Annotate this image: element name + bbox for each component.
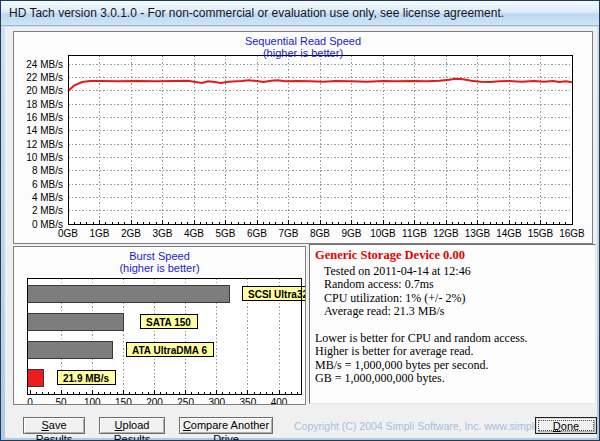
compare-label: ompare Another Drive: [191, 419, 269, 441]
svg-text:13GB: 13GB: [465, 228, 491, 239]
svg-text:16 MB/s: 16 MB/s: [26, 112, 63, 123]
svg-text:5GB: 5GB: [215, 228, 235, 239]
svg-text:2 MB/s: 2 MB/s: [32, 205, 63, 216]
svg-text:18 MB/s: 18 MB/s: [26, 99, 63, 110]
svg-text:150: 150: [115, 397, 132, 404]
svg-text:200: 200: [146, 397, 163, 404]
note-higher-better: Higher is better for average read.: [315, 345, 590, 359]
svg-text:8GB: 8GB: [310, 228, 330, 239]
svg-text:8 MB/s: 8 MB/s: [32, 165, 63, 176]
svg-text:4GB: 4GB: [184, 228, 204, 239]
sequential-read-panel: Sequential Read Speed (higher is better)…: [13, 31, 593, 244]
svg-text:12 MB/s: 12 MB/s: [26, 139, 63, 150]
save-results-button[interactable]: Save Results: [23, 417, 85, 434]
svg-text:6GB: 6GB: [247, 228, 267, 239]
svg-text:24 MB/s: 24 MB/s: [26, 59, 63, 70]
info-tested-on: Tested on 2011-04-14 at 12:46: [315, 265, 590, 279]
svg-text:300: 300: [208, 397, 225, 404]
svg-text:7GB: 7GB: [278, 228, 298, 239]
app-window: HD Tach version 3.0.1.0 - For non-commer…: [0, 0, 600, 441]
svg-text:14 MB/s: 14 MB/s: [26, 125, 63, 136]
svg-text:2GB: 2GB: [121, 228, 141, 239]
titlebar[interactable]: HD Tach version 3.0.1.0 - For non-commer…: [1, 1, 599, 26]
svg-text:6 MB/s: 6 MB/s: [32, 179, 63, 190]
compare-accel: C: [183, 419, 191, 431]
done-accel: D: [553, 420, 561, 432]
svg-text:100: 100: [84, 397, 101, 404]
svg-text:10GB: 10GB: [370, 228, 396, 239]
svg-text:15GB: 15GB: [528, 228, 554, 239]
seq-chart-title: Sequential Read Speed: [14, 35, 592, 47]
svg-text:50: 50: [56, 397, 68, 404]
upload-accel: U: [115, 419, 123, 431]
seq-chart-subtitle: (higher is better): [14, 47, 592, 59]
svg-text:SATA 150: SATA 150: [146, 317, 191, 328]
svg-text:12GB: 12GB: [433, 228, 459, 239]
svg-text:250: 250: [177, 397, 194, 404]
svg-text:21.9 MB/s: 21.9 MB/s: [63, 373, 110, 384]
svg-text:16GB: 16GB: [559, 228, 585, 239]
note-mbs-definition: MB/s = 1,000,000 bytes per second.: [315, 359, 590, 373]
done-button[interactable]: Done: [535, 417, 597, 434]
save-accel: S: [41, 419, 48, 431]
svg-text:14GB: 14GB: [496, 228, 522, 239]
info-average-read: Average read: 21.3 MB/s: [315, 305, 590, 319]
svg-text:1GB: 1GB: [89, 228, 109, 239]
svg-text:22 MB/s: 22 MB/s: [26, 72, 63, 83]
drive-name: Generic Storage Device 0.00: [315, 249, 590, 263]
info-random-access: Random access: 0.7ms: [315, 278, 590, 292]
compare-another-drive-button[interactable]: Compare Another Drive: [179, 417, 273, 434]
upload-results-button[interactable]: Upload Results: [99, 417, 165, 434]
svg-text:3GB: 3GB: [152, 228, 172, 239]
window-title: HD Tach version 3.0.1.0 - For non-commer…: [9, 6, 504, 20]
burst-chart-subtitle: (higher is better): [14, 262, 305, 274]
info-cpu-utilization: CPU utilization: 1% (+/- 2%): [315, 292, 590, 306]
svg-text:11GB: 11GB: [402, 228, 427, 239]
info-spacer: [315, 319, 590, 332]
svg-text:0GB: 0GB: [58, 228, 78, 239]
note-gb-definition: GB = 1,000,000,000 bytes.: [315, 372, 590, 386]
svg-text:0: 0: [27, 397, 33, 404]
svg-text:20 MB/s: 20 MB/s: [26, 85, 63, 96]
done-label: one: [561, 420, 579, 432]
svg-text:9GB: 9GB: [341, 228, 361, 239]
sequential-read-chart: 0 MB/s2 MB/s4 MB/s6 MB/s8 MB/s10 MB/s12 …: [14, 32, 592, 243]
burst-chart-title: Burst Speed: [14, 250, 305, 262]
svg-text:10 MB/s: 10 MB/s: [26, 152, 63, 163]
burst-speed-panel: Burst Speed (higher is better) 050100150…: [13, 246, 306, 405]
client-area: Sequential Read Speed (higher is better)…: [5, 27, 597, 438]
svg-text:350: 350: [240, 397, 257, 404]
svg-text:400: 400: [271, 397, 288, 404]
drive-info-panel: Generic Storage Device 0.00 Tested on 20…: [309, 244, 596, 404]
svg-text:ATA UltraDMA 6: ATA UltraDMA 6: [132, 345, 207, 356]
note-lower-better: Lower is better for CPU and random acces…: [315, 332, 590, 346]
copyright-text: Copyright (C) 2004 Simpli Software, Inc.…: [294, 420, 532, 432]
svg-text:4 MB/s: 4 MB/s: [32, 192, 63, 203]
svg-text:SCSI Ultra320: SCSI Ultra320: [248, 289, 305, 300]
